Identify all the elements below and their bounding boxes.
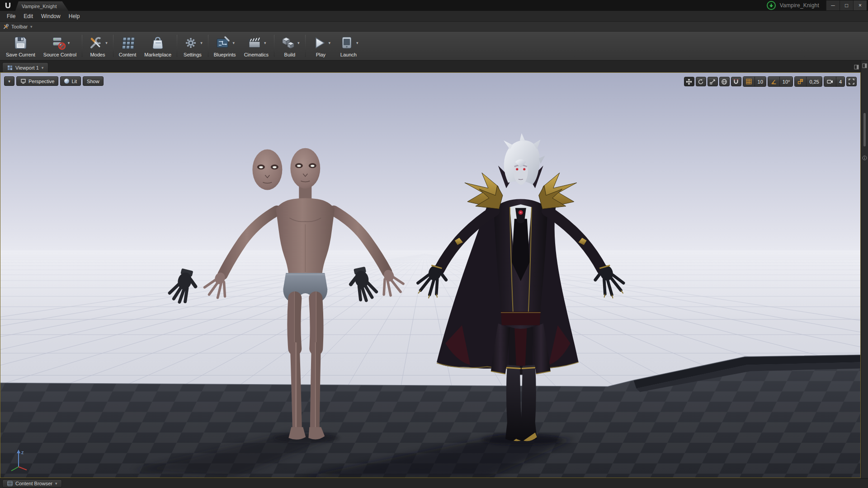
dropdown-caret-icon[interactable]: ▾ — [297, 41, 300, 45]
launch-icon — [339, 35, 355, 51]
caret-down-icon[interactable]: ▾ — [55, 481, 57, 486]
blueprints-icon — [215, 35, 231, 51]
grid-snap-toggle[interactable] — [743, 77, 755, 86]
grid-snap-icon — [746, 79, 752, 84]
dropdown-caret-icon[interactable]: ▾ — [232, 41, 235, 45]
modes-icon — [88, 35, 104, 51]
toolbar-panel-header[interactable]: Toolbar ▾ — [0, 22, 868, 32]
rotation-snap-toggle[interactable] — [768, 77, 780, 86]
base-male-head — [290, 148, 320, 189]
maximize-viewport-icon — [849, 79, 854, 84]
move-tool-icon — [686, 79, 692, 85]
toolbar-button-label: Source Control — [43, 52, 76, 57]
restore-button[interactable]: □ — [840, 0, 853, 10]
scale-snap-group: 0,25 — [794, 76, 822, 87]
gizmo-z-label: z — [21, 450, 24, 455]
caret-down-icon: ▾ — [8, 79, 10, 84]
build-icon — [280, 35, 296, 51]
panel-expand-icon[interactable] — [854, 63, 859, 71]
maximize-viewport-button[interactable] — [846, 77, 857, 86]
show-button[interactable]: Show — [83, 76, 104, 86]
toolbar-button-blueprints[interactable]: ▾ Blueprints — [210, 33, 240, 59]
dropdown-caret-icon[interactable]: ▾ — [264, 41, 266, 45]
save-icon — [12, 35, 28, 51]
viewport-3d[interactable]: ▾ Perspective Lit Show — [0, 72, 861, 478]
tools-icon — [3, 24, 9, 29]
toolbar-button-launch[interactable]: ▾ Launch — [335, 33, 363, 59]
menu-window[interactable]: Window — [37, 13, 65, 19]
camera-icon — [827, 79, 833, 84]
viewport-options-button[interactable]: ▾ — [4, 76, 14, 86]
caret-down-icon[interactable]: ▾ — [30, 24, 33, 29]
toolbar-button-source-control[interactable]: ▾ Source Control — [39, 33, 80, 59]
project-tab[interactable]: Vampire_Knight — [15, 1, 68, 11]
marketplace-icon — [150, 35, 166, 51]
perspective-button[interactable]: Perspective — [16, 76, 58, 86]
rotate-tool-button[interactable] — [696, 77, 706, 86]
toolbar-button-save-current[interactable]: Save Current — [2, 33, 39, 59]
move-tool-button[interactable] — [684, 77, 694, 86]
perspective-icon — [20, 78, 26, 84]
viewport-tab-row: Viewport 1 ▾ — [0, 61, 861, 72]
toolbar-button-label: Launch — [340, 52, 357, 57]
menu-help[interactable]: Help — [65, 13, 84, 19]
toolbar-separator — [113, 35, 113, 57]
close-button[interactable]: × — [853, 0, 867, 10]
dropdown-caret-icon[interactable]: ▾ — [356, 41, 359, 45]
toolbar-button-cinematics[interactable]: ▾ Cinematics — [240, 33, 273, 59]
titlebar[interactable]: Vampire_Knight Vampire_Knight ─ □ × — [0, 0, 868, 11]
grid-snap-group: 10 — [743, 76, 766, 87]
viewport-3d-scene[interactable] — [0, 73, 860, 478]
camera-speed-value[interactable]: 4 — [836, 77, 844, 86]
toolbar-separator — [274, 35, 274, 57]
toolbar-button-marketplace[interactable]: Marketplace — [140, 33, 175, 59]
info-icon[interactable] — [862, 155, 867, 160]
dropdown-caret-icon[interactable]: ▾ — [329, 41, 331, 45]
main-toolbar: Save Current ▾ Source Control — [0, 32, 868, 61]
toolbar-button-content[interactable]: Content — [115, 33, 141, 59]
menubar: File Edit Window Help — [0, 11, 868, 22]
toolbar-button-label: Modes — [90, 52, 105, 57]
toolbar-button-label: Settings — [184, 52, 202, 57]
globe-icon — [721, 79, 727, 85]
layout-icon[interactable] — [862, 63, 867, 68]
grid-snap-value[interactable]: 10 — [755, 77, 766, 86]
menu-edit[interactable]: Edit — [19, 13, 37, 19]
world-coordinate-button[interactable] — [719, 77, 730, 86]
toolbar-button-settings[interactable]: ▾ Settings — [179, 33, 207, 59]
scrollbar-thumb[interactable] — [863, 113, 866, 146]
toolbar-button-build[interactable]: ▾ Build — [276, 33, 304, 59]
dropdown-caret-icon[interactable]: ▾ — [105, 41, 108, 45]
rotation-snap-group: 10° — [768, 76, 793, 87]
lit-label: Lit — [71, 79, 77, 84]
scale-snap-icon — [797, 79, 803, 84]
lit-sphere-icon — [64, 79, 69, 84]
rotation-snap-value[interactable]: 10° — [780, 77, 793, 86]
toolbar-button-modes[interactable]: ▾ Modes — [84, 33, 112, 59]
scale-snap-toggle[interactable] — [795, 77, 807, 86]
scale-snap-value[interactable]: 0,25 — [807, 77, 821, 86]
menu-file[interactable]: File — [3, 13, 19, 19]
floating-head[interactable] — [252, 150, 282, 190]
toolbar-button-play[interactable]: ▾ Play — [307, 33, 335, 59]
lit-button[interactable]: Lit — [60, 76, 81, 86]
unreal-editor-window: Vampire_Knight Vampire_Knight ─ □ × File… — [0, 0, 868, 488]
cinematics-icon — [246, 35, 263, 51]
caret-down-icon[interactable]: ▾ — [42, 66, 44, 70]
toolbar-button-label: Content — [119, 52, 137, 57]
surface-snap-button[interactable] — [731, 77, 741, 86]
rotate-tool-icon — [698, 79, 704, 85]
update-status-icon[interactable] — [767, 1, 776, 10]
dropdown-caret-icon[interactable]: ▾ — [200, 41, 203, 45]
tab-viewport-1[interactable]: Viewport 1 ▾ — [2, 62, 48, 72]
dropdown-caret-icon[interactable]: ▾ — [68, 41, 70, 45]
play-icon — [311, 35, 327, 51]
toolbar-separator — [208, 35, 208, 57]
collapsed-panel-strip[interactable] — [861, 61, 868, 478]
tab-content-browser[interactable]: Content Browser ▾ — [2, 479, 62, 488]
scale-tool-icon — [709, 79, 716, 85]
rotation-snap-icon — [771, 79, 777, 84]
minimize-button[interactable]: ─ — [826, 0, 840, 10]
camera-speed-toggle[interactable] — [824, 77, 836, 86]
scale-tool-button[interactable] — [708, 77, 718, 86]
